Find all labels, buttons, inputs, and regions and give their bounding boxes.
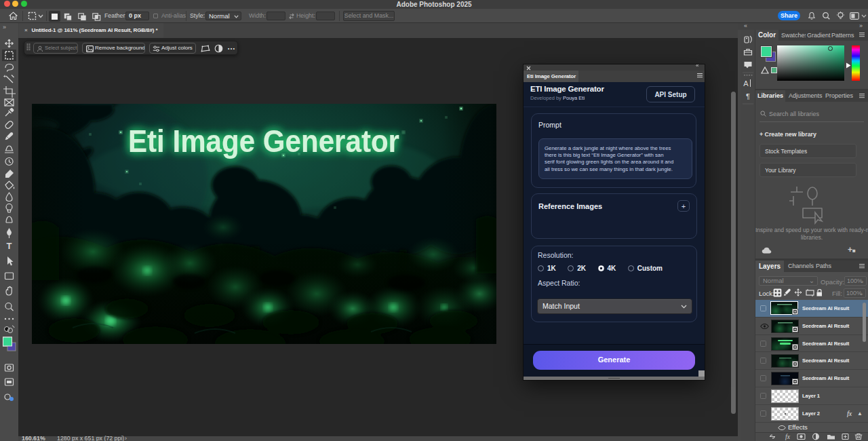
svg-text:T: T xyxy=(7,241,12,251)
svg-text:Eti Image Generator: Eti Image Generator xyxy=(128,123,399,159)
svg-text:A: A xyxy=(743,79,749,88)
svg-text:¶: ¶ xyxy=(746,92,750,100)
svg-text:fx: fx xyxy=(785,434,791,440)
